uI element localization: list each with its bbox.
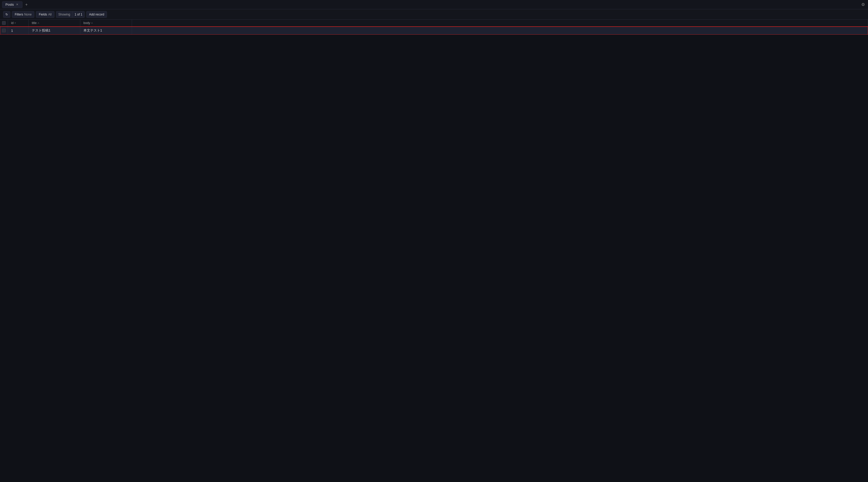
- cell-id: 1: [8, 27, 29, 35]
- header-checkbox[interactable]: [2, 21, 6, 25]
- add-tab-icon: +: [25, 2, 28, 7]
- filters-button[interactable]: Filters None: [12, 11, 34, 18]
- fields-label: Fields: [39, 13, 47, 16]
- table-row[interactable]: 1テスト投稿1本文テスト1: [0, 27, 868, 35]
- showing-group: Showing 1 of 1: [56, 11, 85, 18]
- settings-button[interactable]: ⚙: [860, 1, 866, 8]
- filters-value: None: [24, 13, 32, 16]
- tab-posts[interactable]: Posts ✕: [2, 1, 23, 8]
- column-header-extra: [132, 20, 868, 27]
- column-body-sort-icon: A: [91, 22, 93, 24]
- column-title-sort-icon: A: [38, 22, 39, 24]
- gear-icon: ⚙: [861, 2, 865, 7]
- row-checkbox[interactable]: [2, 29, 6, 32]
- tab-close-icon[interactable]: ✕: [16, 3, 19, 6]
- add-record-label: Add record: [89, 13, 104, 16]
- refresh-button[interactable]: ↻: [3, 11, 10, 18]
- column-id-sort-icon: #: [14, 22, 16, 24]
- showing-value: 1 of 1: [72, 11, 85, 18]
- add-record-button[interactable]: Add record: [86, 11, 107, 18]
- showing-label: Showing: [56, 11, 72, 18]
- add-tab-button[interactable]: +: [24, 2, 30, 8]
- cell-title: テスト投稿1: [29, 27, 80, 35]
- cell-extra: [132, 27, 868, 35]
- row-checkbox-cell: [0, 27, 8, 35]
- table-header-row: id # title A body A: [0, 20, 868, 27]
- column-header-id[interactable]: id #: [8, 20, 29, 27]
- cell-body: 本文テスト1: [80, 27, 132, 35]
- toolbar: ↻ Filters None Fields All Showing 1 of 1…: [0, 9, 868, 20]
- column-title-label: title: [32, 21, 37, 25]
- column-header-title[interactable]: title A: [29, 20, 80, 27]
- tab-posts-label: Posts: [5, 3, 14, 6]
- column-id-label: id: [11, 21, 13, 25]
- fields-button[interactable]: Fields All: [36, 11, 54, 18]
- column-body-label: body: [84, 21, 90, 25]
- refresh-icon: ↻: [5, 13, 8, 16]
- table-container: id # title A body A: [0, 20, 868, 35]
- tab-bar-left: Posts ✕ +: [2, 1, 30, 8]
- column-header-body[interactable]: body A: [80, 20, 132, 27]
- tab-bar: Posts ✕ + ⚙: [0, 0, 868, 9]
- fields-value: All: [48, 13, 52, 16]
- filters-label: Filters: [15, 13, 23, 16]
- header-checkbox-cell: [0, 20, 8, 27]
- data-table: id # title A body A: [0, 20, 868, 35]
